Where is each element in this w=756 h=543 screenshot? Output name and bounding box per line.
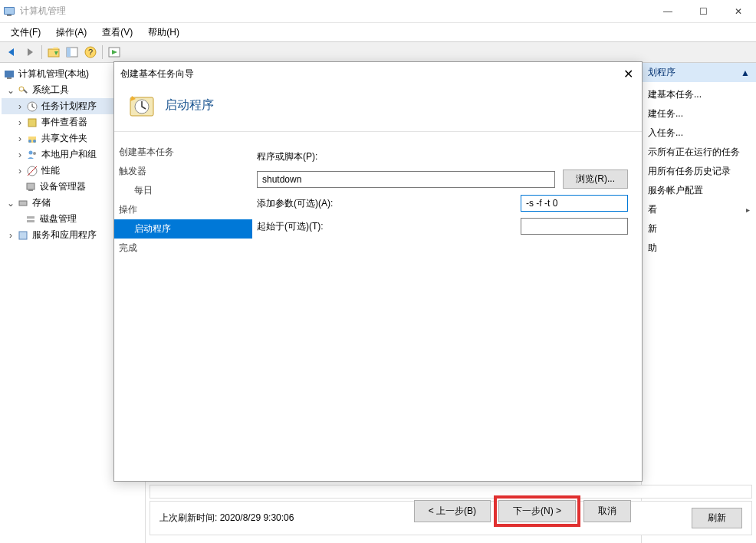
svg-rect-3 (48, 49, 59, 57)
tree-label: 本地用户和组 (41, 148, 97, 161)
program-input[interactable] (257, 171, 555, 188)
svg-rect-1 (5, 8, 14, 14)
action-history[interactable]: 用所有任务历史记录 (642, 162, 756, 181)
app-icon (3, 5, 15, 18)
chevron-right-icon[interactable]: › (15, 150, 25, 160)
chevron-right-icon[interactable]: › (15, 134, 25, 143)
chevron-down-icon[interactable]: ⌄ (6, 199, 15, 208)
tree-label: 共享文件夹 (41, 132, 87, 145)
back-button[interactable] (3, 44, 20, 61)
svg-rect-10 (7, 77, 12, 79)
action-service-account[interactable]: 服务帐户配置 (642, 181, 756, 200)
toolbar: ? (0, 41, 756, 63)
wizard-icon (128, 93, 156, 120)
window-title: 计算机管理 (20, 5, 650, 18)
action-help[interactable]: 助 (642, 239, 756, 258)
svg-rect-25 (27, 216, 35, 219)
step-start-program[interactable]: 启动程序 (114, 219, 252, 239)
browse-button[interactable]: 浏览(R)... (563, 169, 628, 189)
svg-point-18 (29, 150, 33, 154)
wizard-form: 程序或脚本(P): 浏览(R)... 添加参数(可选)(A): 起始于(可选)(… (252, 137, 642, 489)
svg-point-16 (28, 140, 31, 143)
actions-header: 划程序 ▲ (642, 63, 756, 82)
svg-point-17 (33, 140, 36, 143)
actions-title: 划程序 (648, 66, 675, 79)
tree-label: 系统工具 (32, 84, 69, 97)
action-view[interactable]: 看 (642, 200, 756, 219)
minimize-button[interactable]: — (650, 0, 685, 23)
run-button[interactable] (106, 44, 123, 61)
menu-view[interactable]: 查看(V) (94, 25, 140, 41)
chevron-right-icon[interactable]: › (15, 118, 25, 127)
svg-rect-24 (19, 201, 27, 206)
svg-text:?: ? (88, 48, 93, 57)
help-button[interactable]: ? (82, 44, 99, 61)
titlebar: 计算机管理 — ☐ ✕ (0, 0, 756, 23)
args-label: 添加参数(可选)(A): (257, 197, 521, 210)
dialog-footer: < 上一步(B) 下一步(N) > 取消 (114, 489, 642, 532)
svg-rect-12 (23, 89, 28, 94)
back-button[interactable]: < 上一步(B) (414, 500, 491, 522)
panel-button[interactable] (64, 44, 81, 61)
cancel-button[interactable]: 取消 (583, 500, 631, 522)
chevron-down-icon[interactable]: ⌄ (6, 86, 15, 95)
tree-label: 计算机管理(本地) (18, 67, 89, 81)
action-import-task[interactable]: 入任务... (642, 123, 756, 143)
svg-rect-14 (28, 119, 36, 127)
svg-rect-23 (28, 189, 33, 191)
tree-label: 任务计划程序 (41, 100, 97, 113)
maximize-button[interactable]: ☐ (685, 0, 721, 23)
tree-label: 磁盘管理 (40, 212, 77, 225)
step-operation[interactable]: 操作 (114, 200, 252, 219)
tree-label: 性能 (41, 164, 60, 177)
start-in-input[interactable] (521, 218, 628, 235)
chevron-right-icon[interactable]: › (15, 102, 25, 111)
start-in-label: 起始于(可选)(T): (257, 220, 521, 233)
dialog-close-button[interactable]: ✕ (620, 66, 636, 81)
action-create-basic-task[interactable]: 建基本任务... (642, 85, 756, 104)
next-button[interactable]: 下一步(N) > (498, 500, 576, 522)
actions-panel: 划程序 ▲ 建基本任务... 建任务... 入任务... 示所有正在运行的任务 … (641, 63, 756, 543)
svg-point-11 (19, 87, 24, 91)
svg-rect-9 (5, 71, 14, 77)
step-create-basic[interactable]: 创建基本任务 (114, 143, 252, 162)
menu-file[interactable]: 文件(F) (3, 25, 48, 41)
svg-rect-5 (67, 48, 71, 57)
menu-action[interactable]: 操作(A) (48, 25, 94, 41)
action-create-task[interactable]: 建任务... (642, 104, 756, 123)
svg-rect-26 (27, 220, 35, 222)
tree-label: 事件查看器 (41, 116, 87, 129)
step-finish[interactable]: 完成 (114, 239, 252, 258)
tree-label: 服务和应用程序 (32, 229, 97, 242)
forward-button[interactable] (21, 44, 38, 61)
folder-button[interactable] (45, 44, 62, 61)
menu-help[interactable]: 帮助(H) (140, 25, 187, 41)
args-input[interactable] (521, 195, 628, 212)
svg-rect-27 (19, 232, 27, 239)
dialog-title: 创建基本任务向导 (120, 67, 620, 81)
step-trigger[interactable]: 触发器 (114, 162, 252, 181)
dialog-titlebar: 创建基本任务向导 ✕ (114, 62, 642, 85)
tree-label: 设备管理器 (40, 180, 86, 193)
action-show-running[interactable]: 示所有正在运行的任务 (642, 143, 756, 162)
wizard-header: 启动程序 (114, 85, 642, 130)
chevron-right-icon[interactable]: › (15, 166, 25, 176)
close-button[interactable]: ✕ (721, 0, 756, 23)
collapse-icon[interactable]: ▲ (741, 67, 750, 78)
chevron-right-icon[interactable]: › (6, 231, 15, 240)
window-controls: — ☐ ✕ (650, 0, 756, 23)
wizard-dialog: 创建基本任务向导 ✕ 启动程序 创建基本任务 触发器 每日 操作 启动程序 完成… (113, 61, 643, 482)
svg-point-19 (33, 152, 36, 155)
step-daily[interactable]: 每日 (114, 181, 252, 200)
refresh-button[interactable]: 刷新 (692, 508, 742, 528)
wizard-sidebar: 创建基本任务 触发器 每日 操作 启动程序 完成 (114, 137, 252, 489)
action-refresh[interactable]: 新 (642, 219, 756, 239)
svg-rect-22 (27, 183, 35, 189)
program-label: 程序或脚本(P): (257, 150, 364, 163)
wizard-title: 启动程序 (165, 93, 214, 114)
tree-label: 存储 (32, 196, 51, 209)
menubar: 文件(F) 操作(A) 查看(V) 帮助(H) (0, 23, 756, 41)
svg-rect-2 (7, 15, 12, 16)
action-label: 看 (648, 203, 657, 216)
